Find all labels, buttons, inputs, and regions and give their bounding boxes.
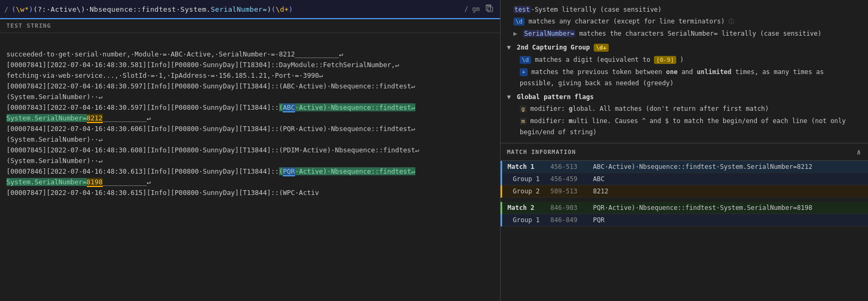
match1-group2: 8212 bbox=[87, 114, 103, 123]
spacer-row-1 bbox=[502, 198, 869, 202]
match-table: Match 1 456-513 ABC·Active)·Nbsequence::… bbox=[501, 161, 868, 226]
match-2-group-1-row: Group 1 846-849 PQR bbox=[502, 214, 869, 226]
regex-paren-close1: ) bbox=[29, 5, 33, 13]
exp-g-code: g bbox=[520, 105, 527, 112]
regex-delimiter-start: / bbox=[4, 5, 9, 13]
exp-plus-text: matches the previous token between one a… bbox=[520, 68, 824, 87]
exp-09-tag: [0-9] bbox=[654, 56, 676, 64]
match-1-group-1-label: Group 1 bbox=[502, 173, 545, 185]
exp-2nd-group-label: 2nd Capturing Group bbox=[517, 44, 594, 51]
test-string-label: TEST STRING bbox=[0, 19, 500, 33]
match-2-group-1-range: 846-849 bbox=[545, 214, 588, 226]
regex-noncap-close: ) bbox=[267, 5, 271, 13]
exp-flags-header: ▼ Global pattern flags bbox=[507, 92, 862, 102]
line-5: [00007844][2022-07-04·16:48:30.606][Info… bbox=[6, 125, 415, 143]
line-7-prefix: [00007846][2022-07-04·16:48:30.613][Info… bbox=[6, 167, 279, 175]
match-1-range: 456-513 bbox=[545, 161, 588, 173]
exp-dplus-tag: \d+ bbox=[594, 44, 609, 52]
regex-paren-open: ( bbox=[12, 5, 16, 13]
exp-line-plus: + matches the previous token between one… bbox=[507, 67, 862, 88]
match-1-value: ABC·Active)·Nbsequence::findtest·System.… bbox=[588, 161, 868, 173]
exp-m-code: m bbox=[520, 118, 527, 125]
exp-line-serialnumber: ▶ SerialNumber= matches the characters S… bbox=[507, 28, 862, 39]
regex-bar: / (\w*)(?:·Active\)·Nbsequence::findtest… bbox=[0, 0, 500, 19]
regex-flags: / gm bbox=[464, 5, 480, 13]
match-2-group-1-label: Group 1 bbox=[502, 214, 545, 226]
exp-m-text: modifier: multi line. Causes ^ and $ to … bbox=[520, 117, 846, 136]
exp-2nd-group-header: ▼ 2nd Capturing Group \d+ bbox=[507, 42, 862, 53]
match-1-group-1-row: Group 1 456-459 ABC bbox=[502, 173, 869, 185]
right-panel: test·System literally (case sensitive) \… bbox=[501, 0, 868, 301]
regex-content: (\w*)(?:·Active\)·Nbsequence::findtest·S… bbox=[12, 5, 457, 13]
line-1: succeeded·to·get·serial·number,·Module·=… bbox=[6, 50, 343, 58]
exp-flags-label: Global pattern flags bbox=[517, 93, 594, 101]
exp-g-text: modifier: global. All matches (don't ret… bbox=[530, 105, 769, 112]
match2-group2: 8198 bbox=[87, 178, 103, 187]
match-2-row: Match 2 846-903 PQR·Active)·Nbsequence::… bbox=[502, 202, 869, 214]
exp-serial-text: matches the characters SerialNumber= lit… bbox=[579, 30, 822, 37]
exp-serial-literal: SerialNumber= bbox=[523, 30, 575, 37]
line-7-suffix: ___________↵ bbox=[103, 178, 151, 186]
match-2-range: 846-903 bbox=[545, 202, 588, 214]
regex-serialnumber: SerialNumber= bbox=[211, 5, 267, 13]
match-section-chevron[interactable]: ∧ bbox=[857, 148, 862, 156]
match-section-header: MATCH INFORMATION ∧ bbox=[501, 143, 868, 161]
left-panel: / (\w*)(?:·Active\)·Nbsequence::findtest… bbox=[0, 0, 501, 301]
line-8: [00007847][2022-07-04·16:48:30.615][Info… bbox=[6, 189, 319, 197]
explanation-section[interactable]: test·System literally (case sensitive) \… bbox=[501, 0, 868, 143]
line-4-prefix: [00007843][2022-07-04·16:48:30.597][Info… bbox=[6, 103, 279, 111]
match-1-label: Match 1 bbox=[502, 161, 545, 173]
exp-flag-g: g modifier: global. All matches (don't r… bbox=[507, 103, 862, 115]
match-information-section[interactable]: MATCH INFORMATION ∧ Match 1 456-513 ABC·… bbox=[501, 143, 868, 301]
regex-literal1: ·Active\)·Nbsequence::findtest·System. bbox=[46, 5, 211, 13]
exp-d-tag: \d bbox=[513, 18, 525, 26]
match-1-group-2-label: Group 2 bbox=[502, 185, 545, 198]
match2-group1: PQR bbox=[283, 167, 295, 176]
match-1-row: Match 1 456-513 ABC·Active)·Nbsequence::… bbox=[502, 161, 869, 173]
line-2: [00007841][2022-07-04·16:48:30.581][Info… bbox=[6, 61, 399, 79]
exp-d2-close: ) bbox=[680, 56, 684, 63]
match-2-label: Match 2 bbox=[502, 202, 545, 214]
match-1-group-2-range: 509-513 bbox=[545, 185, 588, 198]
regex-noncap-open: (?: bbox=[34, 5, 46, 13]
exp-line-test: test·System literally (case sensitive) bbox=[507, 4, 862, 15]
triangle-2nd-group-icon: ▼ bbox=[507, 44, 511, 51]
match1-group1: ABC bbox=[283, 103, 295, 112]
line-3: [00007842][2022-07-04·16:48:30.597][Info… bbox=[6, 82, 415, 101]
match-2-group-1-value: PQR bbox=[588, 214, 868, 226]
regex-paren-close2: ) bbox=[289, 5, 293, 13]
test-area[interactable]: succeeded·to·get·serial·number,·Module·=… bbox=[0, 33, 500, 301]
exp-flag-m: m modifier: multi line. Causes ^ and $ t… bbox=[507, 116, 862, 137]
exp-d2-text: matches a digit (equivalent to bbox=[535, 56, 654, 63]
match-1-group-1-value: ABC bbox=[588, 173, 868, 185]
match-section-title: MATCH INFORMATION bbox=[507, 149, 576, 156]
triangle-flags-icon: ▼ bbox=[507, 93, 511, 101]
line-4-suffix: ___________↵ bbox=[103, 114, 151, 122]
triangle-icon: ▶ bbox=[513, 30, 517, 37]
exp-d-text: matches any character (except for line t… bbox=[528, 18, 724, 25]
match-1-group-2-row: Group 2 509-513 8212 bbox=[502, 185, 869, 198]
exp-test-text: System literally (case sensitive) bbox=[535, 6, 661, 13]
exp-d-info: ⓘ bbox=[728, 18, 734, 25]
copy-button[interactable] bbox=[483, 3, 496, 15]
exp-plus-tag: + bbox=[520, 68, 528, 76]
match-2-value: PQR·Active)·Nbsequence::findtest·System.… bbox=[588, 202, 868, 214]
match-1-group-2-value: 8212 bbox=[588, 185, 868, 198]
line-6: [00007845][2022-07-04·16:48:30.608][Info… bbox=[6, 146, 419, 165]
exp-line-d: \d matches any character (except for lin… bbox=[507, 16, 862, 27]
match-1-group-1-range: 456-459 bbox=[545, 173, 588, 185]
regex-d: \d+ bbox=[276, 5, 289, 13]
regex-w: \w* bbox=[16, 5, 29, 13]
exp-d2-tag: \d bbox=[520, 56, 531, 64]
exp-line-d2: \d matches a digit (equivalent to [0-9] … bbox=[507, 54, 862, 66]
exp-test-literal: test bbox=[513, 6, 531, 13]
regex-paren-open2: ( bbox=[272, 5, 276, 13]
